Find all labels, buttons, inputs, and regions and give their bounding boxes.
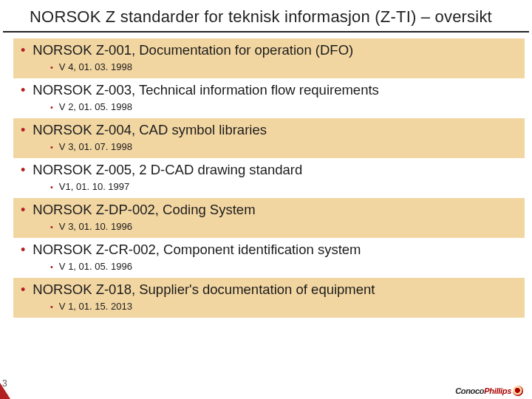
- list-subitem-row: •V 1, 01. 15. 2013: [13, 300, 525, 313]
- list-item: •NORSOK Z-004, CAD symbol libraries•V 3,…: [13, 118, 525, 158]
- bullet-icon: •: [21, 41, 25, 59]
- company-logo: ConocoPhillips: [455, 386, 523, 396]
- item-title: NORSOK Z-018, Supplier's documentation o…: [33, 281, 375, 299]
- item-version: V1, 01. 10. 1997: [59, 180, 129, 194]
- item-version: V 1, 01. 15. 2013: [59, 300, 132, 313]
- slide: NORSOK Z standarder for teknisk informas…: [0, 0, 532, 399]
- list-subitem-row: •V 4, 01. 03. 1998: [13, 61, 525, 74]
- list-item-row: •NORSOK Z-004, CAD symbol libraries: [13, 121, 525, 139]
- list-item: •NORSOK Z-CR-002, Component identificati…: [13, 238, 525, 278]
- page-title: NORSOK Z standarder for teknisk informas…: [30, 7, 529, 27]
- list-item: •NORSOK Z-018, Supplier's documentation …: [13, 278, 525, 318]
- bullet-icon: •: [50, 260, 53, 273]
- item-version: V 2, 01. 05. 1998: [59, 100, 132, 114]
- bullet-icon: •: [50, 61, 53, 74]
- list-subitem: •V 1, 01. 15. 2013: [13, 299, 525, 318]
- list-subitem: •V 2, 01. 05. 1998: [13, 99, 525, 118]
- list-item-row: •NORSOK Z-CR-002, Component identificati…: [13, 241, 525, 259]
- list-subitem-row: •V 3, 01. 07. 1998: [13, 140, 525, 154]
- item-version: V 1, 01. 05. 1996: [59, 260, 132, 273]
- bullet-icon: •: [50, 220, 53, 233]
- standards-list: •NORSOK Z-001, Documentation for operati…: [13, 38, 525, 318]
- item-title: NORSOK Z-DP-002, Coding System: [33, 201, 255, 219]
- bullet-icon: •: [50, 300, 53, 313]
- item-title: NORSOK Z-004, CAD symbol libraries: [33, 121, 267, 139]
- bullet-icon: •: [21, 281, 25, 299]
- list-item-row: •NORSOK Z-003, Technical information flo…: [13, 81, 525, 99]
- content-area: •NORSOK Z-001, Documentation for operati…: [0, 33, 532, 318]
- list-item-row: •NORSOK Z-005, 2 D-CAD drawing standard: [13, 161, 525, 179]
- footer: 3 ConocoPhillips: [0, 383, 532, 399]
- list-subitem-row: •V 1, 01. 05. 1996: [13, 260, 525, 273]
- list-item: •NORSOK Z-005, 2 D-CAD drawing standard•…: [13, 158, 525, 198]
- list-item: •NORSOK Z-DP-002, Coding System•V 3, 01.…: [13, 198, 525, 238]
- list-subitem: •V1, 01. 10. 1997: [13, 179, 525, 198]
- bullet-icon: •: [21, 241, 25, 259]
- list-subitem: •V 4, 01. 03. 1998: [13, 59, 525, 78]
- item-title: NORSOK Z-003, Technical information flow…: [33, 81, 379, 99]
- item-version: V 4, 01. 03. 1998: [59, 61, 132, 74]
- item-version: V 3, 01. 07. 1998: [59, 140, 132, 154]
- title-bar: NORSOK Z standarder for teknisk informas…: [3, 0, 529, 33]
- list-subitem-row: •V1, 01. 10. 1997: [13, 180, 525, 194]
- item-title: NORSOK Z-005, 2 D-CAD drawing standard: [33, 161, 302, 179]
- item-title: NORSOK Z-CR-002, Component identificatio…: [33, 241, 361, 259]
- list-item: •NORSOK Z-003, Technical information flo…: [13, 78, 525, 118]
- list-item: •NORSOK Z-001, Documentation for operati…: [13, 38, 525, 78]
- list-subitem-row: •V 3, 01. 10. 1996: [13, 220, 525, 233]
- bullet-icon: •: [21, 161, 25, 179]
- logo-swirl-icon: [513, 386, 523, 396]
- list-subitem: •V 3, 01. 07. 1998: [13, 139, 525, 158]
- list-subitem: •V 1, 01. 05. 1996: [13, 259, 525, 278]
- list-item-row: •NORSOK Z-018, Supplier's documentation …: [13, 281, 525, 299]
- list-item-row: •NORSOK Z-DP-002, Coding System: [13, 201, 525, 219]
- bullet-icon: •: [50, 140, 53, 154]
- item-version: V 3, 01. 10. 1996: [59, 220, 132, 233]
- bullet-icon: •: [50, 100, 53, 114]
- bullet-icon: •: [50, 180, 53, 194]
- logo-text: ConocoPhillips: [455, 386, 511, 395]
- bullet-icon: •: [21, 201, 25, 219]
- bullet-icon: •: [21, 121, 25, 139]
- list-subitem-row: •V 2, 01. 05. 1998: [13, 100, 525, 114]
- item-title: NORSOK Z-001, Documentation for operatio…: [33, 41, 353, 59]
- bullet-icon: •: [21, 81, 25, 99]
- list-item-row: •NORSOK Z-001, Documentation for operati…: [13, 41, 525, 59]
- list-subitem: •V 3, 01. 10. 1996: [13, 219, 525, 238]
